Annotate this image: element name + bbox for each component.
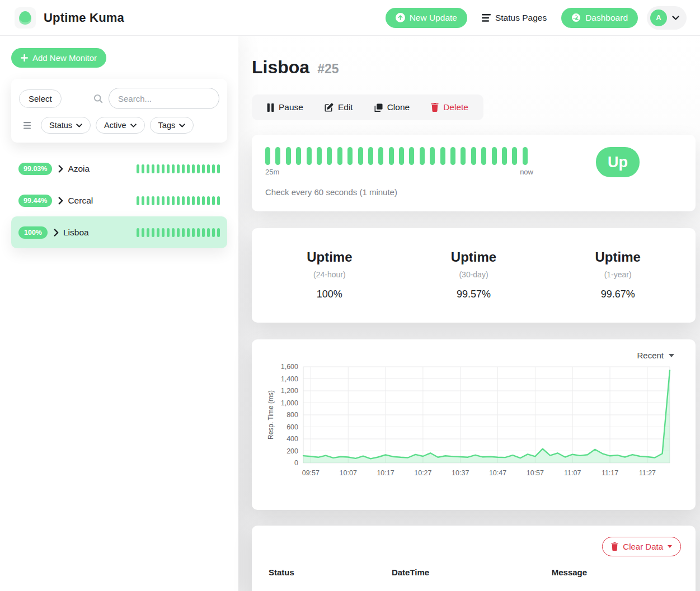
heartbeat-beat xyxy=(327,147,332,165)
gauge-icon xyxy=(571,13,581,22)
chevron-down-icon xyxy=(130,124,137,127)
dashboard-button[interactable]: Dashboard xyxy=(561,8,638,28)
heartbeat-beat xyxy=(399,147,404,165)
heartbeat-beat xyxy=(471,147,476,165)
app-header: Uptime Kuma New Update Status Pages Dash… xyxy=(0,0,700,36)
events-card: Clear Data StatusDateTimeMessage No impo… xyxy=(252,526,696,591)
response-time-chart: 02004006008001,0001,2001,4001,60009:5710… xyxy=(265,361,682,502)
filter-status-dropdown[interactable]: Status xyxy=(41,117,91,134)
clone-button[interactable]: Clone xyxy=(364,98,421,116)
svg-text:800: 800 xyxy=(286,411,298,419)
svg-text:10:27: 10:27 xyxy=(414,469,431,477)
heartbeat-beat xyxy=(420,147,425,165)
plus-icon xyxy=(21,54,28,62)
monitor-toolbar: Pause Edit Clone Delete xyxy=(252,94,483,120)
filter-active-dropdown[interactable]: Active xyxy=(96,117,145,134)
search-icon xyxy=(93,94,103,103)
heartbeat-beat xyxy=(389,147,394,165)
kuma-blob-icon xyxy=(19,11,31,25)
add-new-monitor-button[interactable]: Add New Monitor xyxy=(11,48,106,68)
svg-text:400: 400 xyxy=(286,435,298,443)
clone-icon xyxy=(374,103,383,112)
heartbeat-beat xyxy=(492,147,497,165)
svg-text:1,400: 1,400 xyxy=(281,375,298,383)
events-column-status: Status xyxy=(269,568,392,577)
stat-period: (1-year) xyxy=(546,270,690,279)
svg-text:11:27: 11:27 xyxy=(639,469,656,477)
header-actions: New Update Status Pages Dashboard A xyxy=(386,6,687,30)
filter-tags-dropdown[interactable]: Tags xyxy=(150,117,194,134)
select-button[interactable]: Select xyxy=(19,89,62,108)
status-pages-link[interactable]: Status Pages xyxy=(482,13,547,23)
heartbeat-beat xyxy=(512,147,517,165)
svg-text:600: 600 xyxy=(286,423,298,431)
svg-text:1,600: 1,600 xyxy=(281,363,298,371)
check-interval-info: Check every 60 seconds (1 minute) xyxy=(265,187,548,197)
edit-button[interactable]: Edit xyxy=(314,98,364,116)
stat-period: (24-hour) xyxy=(257,270,402,279)
avatar: A xyxy=(650,10,667,26)
svg-text:09:57: 09:57 xyxy=(302,469,320,477)
heartbeat-beat xyxy=(368,147,373,165)
caret-down-icon xyxy=(669,354,674,357)
clear-data-button[interactable]: Clear Data xyxy=(602,537,681,556)
heartbeat-range-end: now xyxy=(520,168,533,176)
monitor-name: Lisboa xyxy=(63,228,89,238)
svg-text:0: 0 xyxy=(294,459,298,467)
events-column-message: Message xyxy=(552,568,679,577)
chevron-down-icon xyxy=(76,124,82,127)
svg-text:10:17: 10:17 xyxy=(377,469,394,477)
new-update-button[interactable]: New Update xyxy=(386,8,467,28)
app-logo[interactable] xyxy=(15,7,36,29)
heartbeat-beat xyxy=(430,147,435,165)
heartbeat-bar xyxy=(134,196,220,205)
svg-text:10:07: 10:07 xyxy=(340,469,357,477)
clear-data-label: Clear Data xyxy=(623,542,663,551)
uptime-badge: 99.03% xyxy=(18,163,52,175)
heartbeat-beat xyxy=(307,147,312,165)
chevron-right-icon xyxy=(54,229,59,237)
delete-button[interactable]: Delete xyxy=(420,98,479,116)
heartbeat-beat xyxy=(296,147,301,165)
arrow-up-circle-icon xyxy=(396,13,405,22)
heartbeat-bar xyxy=(134,164,220,173)
compact-list-toggle-icon[interactable] xyxy=(24,122,32,129)
monitor-list-item-azoia[interactable]: 99.03%Azoia xyxy=(11,153,227,185)
chevron-down-icon xyxy=(672,16,679,20)
stat-value: 99.67% xyxy=(546,289,690,300)
svg-text:11:17: 11:17 xyxy=(602,469,618,477)
new-update-label: New Update xyxy=(410,13,457,23)
status-pages-label: Status Pages xyxy=(495,13,547,23)
user-menu[interactable]: A xyxy=(647,6,687,30)
heartbeat-beat xyxy=(409,147,414,165)
monitor-list: 99.03%Azoia99.44%Cercal100%Lisboa xyxy=(11,153,227,248)
main-content: Lisboa #25 Pause Edit Clone xyxy=(238,36,700,591)
monitor-list-item-lisboa[interactable]: 100%Lisboa xyxy=(11,216,227,248)
pause-icon xyxy=(267,103,274,112)
heartbeat-beat xyxy=(523,147,528,165)
heartbeat-beat xyxy=(481,147,486,165)
search-input[interactable] xyxy=(109,88,219,109)
heartbeat-beat xyxy=(440,147,445,165)
monitor-list-item-cercal[interactable]: 99.44%Cercal xyxy=(11,185,227,216)
chevron-right-icon xyxy=(58,165,63,173)
stat-title: Uptime xyxy=(402,249,546,265)
trash-icon xyxy=(611,542,618,551)
svg-text:10:37: 10:37 xyxy=(452,469,469,477)
chart-period-select[interactable]: Recent xyxy=(637,351,674,360)
uptime-stat-30-day: Uptime(30-day)99.57% xyxy=(402,249,546,300)
svg-text:1,200: 1,200 xyxy=(281,387,298,395)
heartbeat-beat xyxy=(502,147,507,165)
status-badge: Up xyxy=(596,147,640,177)
page-body: Add New Monitor Select StatusActiveTags … xyxy=(0,36,700,591)
pause-button[interactable]: Pause xyxy=(256,98,314,116)
svg-text:10:57: 10:57 xyxy=(527,469,544,477)
uptime-stats-card: Uptime(24-hour)100%Uptime(30-day)99.57%U… xyxy=(252,228,696,323)
heartbeat-beat xyxy=(358,147,363,165)
heartbeat-beat xyxy=(347,147,353,165)
delete-label: Delete xyxy=(443,102,468,112)
events-column-datetime: DateTime xyxy=(392,568,552,577)
svg-text:10:47: 10:47 xyxy=(489,469,506,477)
edit-icon xyxy=(325,103,333,112)
heartbeat-beat xyxy=(337,147,342,165)
